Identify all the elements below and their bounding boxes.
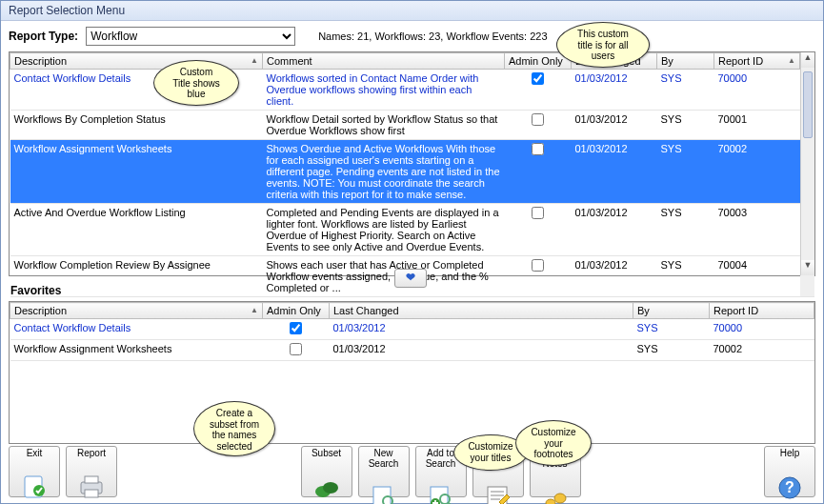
admin-only-checkbox[interactable] bbox=[290, 343, 302, 355]
window-titlebar: Report Selection Menu bbox=[1, 1, 823, 21]
table-row[interactable]: Workflow Assignment WorksheetsShows Over… bbox=[10, 140, 814, 204]
move-to-favorites-button[interactable]: ❤ bbox=[394, 269, 427, 288]
admin-only-checkbox[interactable] bbox=[532, 259, 544, 272]
counts-text: Names: 21, Workflows: 23, Workflow Event… bbox=[318, 30, 547, 42]
fav-col-admin-only[interactable]: Admin Only bbox=[263, 303, 330, 319]
svg-rect-4 bbox=[85, 490, 98, 497]
main-grid: Description▲ Comment Admin Only Last Cha… bbox=[9, 51, 815, 276]
table-row[interactable]: Contact Workflow DetailsWorkflows sorted… bbox=[10, 70, 814, 111]
admin-only-checkbox[interactable] bbox=[290, 322, 302, 334]
callout-custom-title-all: This custom title is for all users bbox=[556, 22, 650, 68]
admin-only-checkbox[interactable] bbox=[532, 72, 544, 85]
add-search-icon bbox=[427, 484, 455, 504]
table-row[interactable]: Workflow Assignment Worksheets01/03/2012… bbox=[10, 340, 814, 361]
col-comment[interactable]: Comment bbox=[263, 53, 505, 70]
admin-only-checkbox[interactable] bbox=[532, 113, 544, 126]
col-by[interactable]: By bbox=[657, 53, 714, 70]
exit-button[interactable]: Exit bbox=[9, 446, 60, 497]
footnotes-icon bbox=[541, 484, 570, 504]
svg-point-16 bbox=[554, 494, 566, 503]
main-grid-header: Description▲ Comment Admin Only Last Cha… bbox=[10, 53, 814, 70]
edit-titles-icon bbox=[484, 484, 512, 504]
exit-icon bbox=[20, 474, 49, 499]
report-button[interactable]: Report bbox=[66, 446, 117, 497]
admin-only-checkbox[interactable] bbox=[532, 207, 544, 219]
svg-rect-3 bbox=[85, 476, 98, 483]
fav-col-last-changed[interactable]: Last Changed bbox=[330, 303, 633, 319]
report-type-select[interactable]: Workflow bbox=[86, 27, 295, 46]
favorites-grid-header: Description▲ Admin Only Last Changed By … bbox=[10, 303, 814, 319]
table-row[interactable]: Workflows By Completion StatusWorkflow D… bbox=[10, 111, 814, 140]
report-selection-window: Report Selection Menu Report Type: Workf… bbox=[0, 0, 824, 504]
main-grid-scrollbar[interactable]: ▲▼ bbox=[800, 52, 814, 275]
favorites-grid: Description▲ Admin Only Last Changed By … bbox=[9, 301, 815, 444]
svg-rect-7 bbox=[373, 487, 391, 504]
col-report-id[interactable]: Report ID▲ bbox=[714, 53, 800, 70]
fav-col-description[interactable]: Description▲ bbox=[10, 303, 263, 319]
button-bar: Exit Report Subset New Search bbox=[9, 446, 815, 497]
svg-point-6 bbox=[323, 482, 338, 494]
svg-text:?: ? bbox=[785, 479, 794, 495]
window-title: Report Selection Menu bbox=[9, 4, 125, 17]
toolbar: Report Type: Workflow Names: 21, Workflo… bbox=[1, 21, 823, 50]
admin-only-checkbox[interactable] bbox=[532, 143, 544, 155]
subset-icon bbox=[312, 474, 341, 499]
help-icon: ? bbox=[775, 474, 804, 499]
new-search-button[interactable]: New Search bbox=[358, 446, 410, 497]
fav-col-by[interactable]: By bbox=[633, 303, 710, 319]
callout-custom-title-blue: Custom Title shows blue bbox=[153, 60, 239, 106]
printer-icon bbox=[77, 474, 106, 499]
report-type-label: Report Type: bbox=[9, 30, 78, 43]
new-search-icon bbox=[370, 484, 398, 504]
help-button[interactable]: Help ? bbox=[764, 446, 815, 497]
callout-create-subset: Create a subset from the names selected bbox=[193, 401, 275, 456]
svg-point-15 bbox=[546, 499, 555, 504]
callout-customize-footnotes: Customize your footnotes bbox=[515, 420, 592, 466]
table-row[interactable]: Active And Overdue Workflow ListingCompl… bbox=[10, 204, 814, 256]
fav-col-report-id[interactable]: Report ID bbox=[710, 303, 814, 319]
table-row[interactable]: Contact Workflow Details01/03/2012SYS700… bbox=[10, 319, 814, 340]
subset-button[interactable]: Subset bbox=[301, 446, 352, 497]
